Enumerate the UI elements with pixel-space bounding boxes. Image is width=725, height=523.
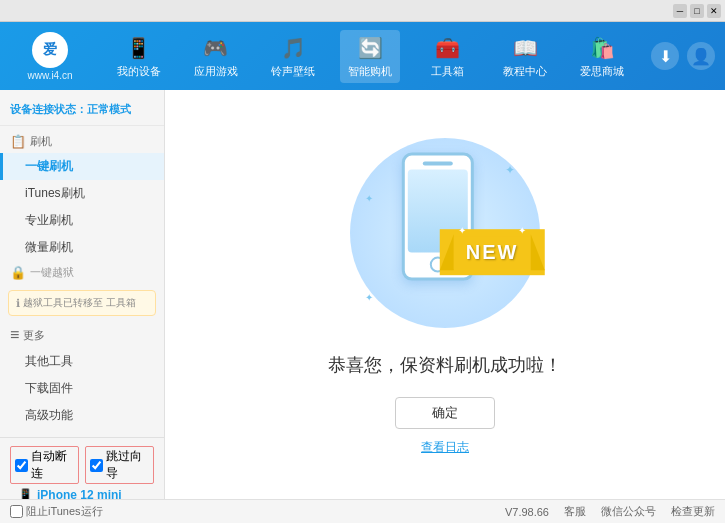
user-button[interactable]: 👤: [687, 42, 715, 70]
sidebar-item-download-fw[interactable]: 下载固件: [0, 375, 164, 402]
close-button[interactable]: ✕: [707, 4, 721, 18]
star-3: ✦: [365, 292, 373, 303]
more-group-icon: ≡: [10, 326, 19, 344]
status-bar: 设备连接状态：正常模式: [0, 98, 164, 126]
nav-item-tutorial[interactable]: 📖 教程中心: [495, 30, 555, 83]
title-bar: ─ □ ✕: [0, 0, 725, 22]
notice-text: 越狱工具已转移至 工具箱: [23, 296, 136, 310]
restore-button[interactable]: □: [690, 4, 704, 18]
sidebar-item-micro-flash[interactable]: 微量刷机: [0, 234, 164, 261]
new-text: NEW: [454, 236, 531, 269]
logo-icon: 爱: [32, 32, 68, 68]
main-content: ✦ ✦ ✦ ✦ NEW: [165, 90, 725, 499]
itunes-checkbox-input[interactable]: [10, 505, 23, 518]
star-2: ✦: [505, 163, 515, 177]
tutorial-icon: 📖: [511, 34, 539, 62]
app-games-label: 应用游戏: [194, 64, 238, 79]
lock-icon: 🔒: [10, 265, 26, 280]
itunes-label: 阻止iTunes运行: [26, 504, 103, 519]
auto-disconnect-input[interactable]: [15, 459, 28, 472]
notice-icon: ℹ: [16, 297, 20, 310]
status-label: 设备连接状态：: [10, 103, 87, 115]
flash-group-icon: 📋: [10, 134, 26, 149]
header-actions: ⬇ 👤: [651, 42, 715, 70]
ringtone-icon: 🎵: [279, 34, 307, 62]
device-info: 📱 iPhone 12 mini 64GB Down-12mini-13,1: [18, 488, 154, 499]
my-device-icon: 📱: [125, 34, 153, 62]
sidebar-group-more: ≡ 更多: [0, 322, 164, 348]
bottom-bar: 阻止iTunes运行 V7.98.66 客服 微信公众号 检查更新: [0, 499, 725, 523]
confirm-button[interactable]: 确定: [395, 397, 495, 429]
view-log-link[interactable]: 查看日志: [421, 439, 469, 456]
device-name: iPhone 12 mini: [37, 488, 122, 499]
star-4: ✦: [365, 193, 373, 204]
smart-shop-label: 智能购机: [348, 64, 392, 79]
minimize-button[interactable]: ─: [673, 4, 687, 18]
tutorial-label: 教程中心: [503, 64, 547, 79]
sidebar-item-other-tools[interactable]: 其他工具: [0, 348, 164, 375]
sidebar-flash-section: 📋 刷机 一键刷机 iTunes刷机 专业刷机 微量刷机 🔒 一键越狱: [0, 130, 164, 316]
bottom-left: 阻止iTunes运行: [10, 504, 505, 519]
shop-label: 爱思商城: [580, 64, 624, 79]
auto-disconnect-label: 自动断连: [31, 448, 74, 482]
notice-box: ℹ 越狱工具已转移至 工具箱: [8, 290, 156, 316]
phone-icon: 📱: [18, 488, 33, 499]
app-games-icon: 🎮: [202, 34, 230, 62]
badge-star-right: ✦: [518, 225, 526, 236]
success-message: 恭喜您，保资料刷机成功啦！: [328, 353, 562, 377]
nav-item-toolbox[interactable]: 🧰 工具箱: [418, 30, 478, 83]
more-group-label: 更多: [23, 328, 45, 343]
new-badge-container: NEW ✦ ✦: [440, 229, 545, 275]
sidebar: 设备连接状态：正常模式 📋 刷机 一键刷机 iTunes刷机 专业刷机 微量刷机: [0, 90, 165, 499]
sidebar-item-advanced[interactable]: 高级功能: [0, 402, 164, 429]
update-link[interactable]: 检查更新: [671, 504, 715, 519]
nav-item-smart-shop[interactable]: 🔄 智能购机: [340, 30, 400, 83]
ringtone-label: 铃声壁纸: [271, 64, 315, 79]
skip-wizard-input[interactable]: [90, 459, 103, 472]
nav-item-my-device[interactable]: 📱 我的设备: [109, 30, 169, 83]
badge-star-left: ✦: [458, 225, 466, 236]
bottom-right: V7.98.66 客服 微信公众号 检查更新: [505, 504, 715, 519]
nav-item-app-games[interactable]: 🎮 应用游戏: [186, 30, 246, 83]
nav-item-ringtone[interactable]: 🎵 铃声壁纸: [263, 30, 323, 83]
sidebar-locked-group: 🔒 一键越狱: [0, 261, 164, 284]
app-container: ─ □ ✕ 爱 www.i4.cn 📱 我的设备 🎮 应用游戏 🎵 铃声壁纸: [0, 0, 725, 523]
status-value: 正常模式: [87, 103, 131, 115]
itunes-checkbox[interactable]: 阻止iTunes运行: [10, 504, 103, 519]
auto-disconnect-checkbox[interactable]: 自动断连: [10, 446, 79, 484]
smart-shop-icon: 🔄: [356, 34, 384, 62]
sidebar-item-one-key-flash[interactable]: 一键刷机: [0, 153, 164, 180]
download-button[interactable]: ⬇: [651, 42, 679, 70]
logo-subtitle: www.i4.cn: [27, 70, 72, 81]
logo: 爱 www.i4.cn: [10, 32, 90, 81]
sidebar-item-itunes-flash[interactable]: iTunes刷机: [0, 180, 164, 207]
header: 爱 www.i4.cn 📱 我的设备 🎮 应用游戏 🎵 铃声壁纸 🔄 智能购机: [0, 22, 725, 90]
locked-label: 一键越狱: [30, 265, 74, 280]
sidebar-group-flash: 📋 刷机: [0, 130, 164, 153]
main-area: 设备连接状态：正常模式 📋 刷机 一键刷机 iTunes刷机 专业刷机 微量刷机: [0, 90, 725, 499]
checkbox-row: 自动断连 跳过向导: [10, 446, 154, 484]
skip-wizard-label: 跳过向导: [106, 448, 149, 482]
flash-group-label: 刷机: [30, 134, 52, 149]
nav-item-shop[interactable]: 🛍️ 爱思商城: [572, 30, 632, 83]
skip-wizard-checkbox[interactable]: 跳过向导: [85, 446, 154, 484]
sidebar-more-section: ≡ 更多 其他工具 下载固件 高级功能: [0, 322, 164, 429]
version-label: V7.98.66: [505, 506, 549, 518]
new-badge: NEW ✦ ✦: [440, 229, 545, 275]
success-illustration: ✦ ✦ ✦ ✦ NEW: [345, 133, 545, 333]
toolbox-icon: 🧰: [434, 34, 462, 62]
my-device-label: 我的设备: [117, 64, 161, 79]
sidebar-item-pro-flash[interactable]: 专业刷机: [0, 207, 164, 234]
phone-speaker: [423, 162, 453, 166]
nav-items: 📱 我的设备 🎮 应用游戏 🎵 铃声壁纸 🔄 智能购机 🧰 工具箱 📖: [100, 30, 641, 83]
toolbox-label: 工具箱: [431, 64, 464, 79]
shop-icon: 🛍️: [588, 34, 616, 62]
sidebar-device-section: 自动断连 跳过向导 📱 iPhone 12 mini 64GB Down-12m…: [0, 437, 164, 499]
wechat-link[interactable]: 微信公众号: [601, 504, 656, 519]
service-link[interactable]: 客服: [564, 504, 586, 519]
